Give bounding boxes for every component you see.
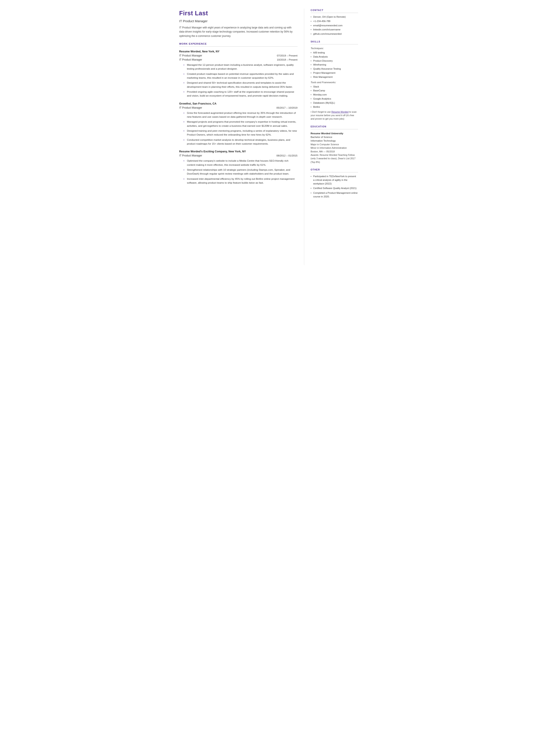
bullet-3-2: Strengthened relationships with 10 strat… [183, 168, 297, 176]
job-role-2a: IT Product Manager [179, 106, 202, 110]
contact-item-1: Denver, OH (Open to Remote) [311, 15, 358, 19]
company-name-2: Growthsi, San Francisco, CA [179, 102, 297, 106]
candidate-name: First Last [179, 9, 297, 18]
skill-5: Quality Assurance Testing [311, 67, 358, 71]
techniques-list: A/B testing Data Analysis Product Discov… [311, 51, 358, 79]
candidate-title: IT Product Manager [179, 19, 297, 23]
resume-page: First Last IT Product Manager IT Product… [171, 0, 365, 274]
skill-2: Data Analysis [311, 55, 358, 59]
tool-5: Databases (MySQL) [311, 101, 358, 105]
other-item-1: Participated in TEDxNewYork to present a… [311, 175, 358, 185]
job-row-1b: IT Product Manager 10/2018 – Present [179, 58, 297, 62]
job-date-3a: 08/2012 – 01/2015 [276, 154, 297, 157]
other-item-3: Completed a Product Management online co… [311, 191, 358, 199]
company-block-1: Resume Worded, New York, NY IT Product M… [179, 49, 297, 98]
other-item-2: Certified Software Quality Analyst (2021… [311, 186, 358, 190]
company-block-3: Resume Worded's Exciting Company, New Yo… [179, 150, 297, 185]
tools-label: Tools and Frameworks: [311, 81, 358, 84]
bullet-2-2: Managed projects and programs that promo… [183, 120, 297, 128]
contact-item-4: linkedin.com/in/username [311, 28, 358, 32]
candidate-summary: IT Product Manager with eight years of e… [179, 26, 297, 38]
tool-6: Binfire [311, 105, 358, 109]
job-date-1b: 10/2018 – Present [277, 58, 297, 62]
resume-worded-link[interactable]: Resume Worded [331, 111, 349, 113]
tool-4: Google Analytics [311, 97, 358, 101]
contact-item-3: email@resumeworded.com [311, 24, 358, 27]
job-row-1a: IT Product Manager 07/2019 – Present [179, 54, 297, 58]
right-column: CONTACT Denver, OH (Open to Remote) +1-2… [304, 9, 365, 265]
bullet-1-1: Managed the 12-person product team inclu… [183, 63, 297, 71]
bullet-1-3: Designed and shared 50+ technical specif… [183, 81, 297, 89]
edu-university: Resume Worded University [311, 131, 358, 135]
education-title: EDUCATION [311, 125, 358, 129]
edu-block: Resume Worded University Bachelor of Sci… [311, 131, 358, 164]
tool-2: BaseCamp [311, 89, 358, 93]
job-role-3a: IT Product Manager [179, 154, 202, 157]
bullet-2-1: Grew the forecasted augmented product of… [183, 111, 297, 119]
skills-section: SKILLS Techniques: A/B testing Data Anal… [311, 40, 358, 121]
bullet-list-2: Grew the forecasted augmented product of… [182, 111, 297, 146]
skill-6: Project Management [311, 71, 358, 75]
tool-1: Slack [311, 85, 358, 89]
education-section: EDUCATION Resume Worded University Bache… [311, 125, 358, 164]
edu-major: Major in Computer Science [311, 143, 358, 146]
edu-degree: Bachelor of Science [311, 135, 358, 139]
contact-item-2: +1-234-456-789 [311, 19, 358, 23]
bullet-2-3: Designed training and peer-mentoring pro… [183, 129, 297, 137]
company-name-1: Resume Worded, New York, NY [179, 49, 297, 54]
job-role-1b: IT Product Manager [179, 58, 202, 62]
job-date-1a: 07/2019 – Present [277, 54, 297, 58]
contact-item-5: github.com/resumeworded [311, 32, 358, 36]
bullet-3-1: Optimised the company's website to inclu… [183, 159, 297, 167]
tool-3: Monday.com [311, 93, 358, 97]
job-role-1a: IT Product Manager [179, 54, 202, 58]
other-section: OTHER Participated in TEDxNewYork to pre… [311, 168, 358, 199]
skill-4: Wireframing [311, 63, 358, 67]
edu-field: Information Technology [311, 139, 358, 143]
contact-title: CONTACT [311, 9, 358, 13]
bullet-list-3: Optimised the company's website to inclu… [182, 159, 297, 185]
job-date-2a: 05/2017 – 10/2019 [276, 106, 297, 110]
bullet-1-2: Created product roadmaps based on potent… [183, 72, 297, 80]
edu-awards: Awards: Resume Worded Teaching Fellow (o… [311, 153, 358, 164]
bullet-list-1: Managed the 12-person product team inclu… [182, 63, 297, 98]
edu-minor: Minor in Information Administration [311, 146, 358, 150]
other-title: OTHER [311, 168, 358, 172]
skill-3: Product Discovery [311, 59, 358, 63]
bullet-1-4: Provided ongoing agile coaching to 120+ … [183, 90, 297, 98]
skills-promo: • Don't forget to use Resume Worded to s… [311, 110, 358, 121]
bullet-3-3: Increased inter-departmental efficiency … [183, 177, 297, 185]
work-experience-title: WORK EXPERIENCE [179, 42, 297, 46]
job-row-3a: IT Product Manager 08/2012 – 01/2015 [179, 154, 297, 157]
other-list: Participated in TEDxNewYork to present a… [311, 175, 358, 199]
company-block-2: Growthsi, San Francisco, CA IT Product M… [179, 102, 297, 146]
tools-list: Slack BaseCamp Monday.com Google Analyti… [311, 85, 358, 109]
left-column: First Last IT Product Manager IT Product… [171, 9, 304, 265]
company-name-3: Resume Worded's Exciting Company, New Yo… [179, 150, 297, 154]
contact-list: Denver, OH (Open to Remote) +1-234-456-7… [311, 15, 358, 36]
edu-location: Boston, MA — 05/2018 [311, 150, 358, 153]
contact-section: CONTACT Denver, OH (Open to Remote) +1-2… [311, 9, 358, 36]
skill-7: Risk Management [311, 75, 358, 79]
job-row-2a: IT Product Manager 05/2017 – 10/2019 [179, 106, 297, 110]
skill-1: A/B testing [311, 51, 358, 55]
techniques-label: Techniques: [311, 46, 358, 50]
skills-title: SKILLS [311, 40, 358, 44]
bullet-2-4: Conducted competitive market analysis to… [183, 138, 297, 146]
work-experience-section: WORK EXPERIENCE Resume Worded, New York,… [179, 42, 297, 185]
